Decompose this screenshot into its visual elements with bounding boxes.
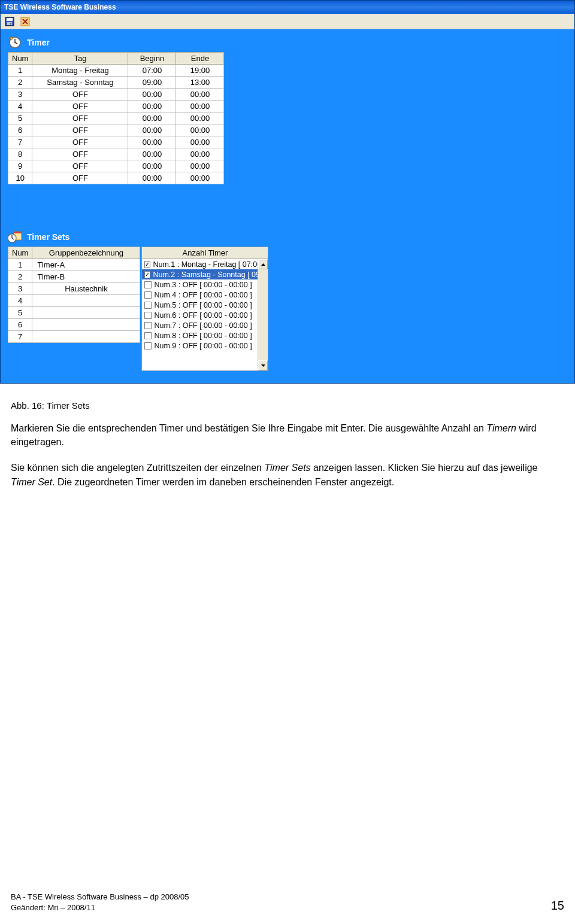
cell-beginn: 00:00 xyxy=(128,148,176,160)
list-item[interactable]: Num.1 : Montag - Freitag [ 07:00 xyxy=(142,259,258,269)
list-item[interactable]: Num.9 : OFF [ 00:00 - 00:00 ] xyxy=(142,341,258,351)
close-button[interactable] xyxy=(20,16,31,27)
cell-num: 9 xyxy=(8,160,32,172)
cell-num: 2 xyxy=(8,77,32,89)
cell-beginn: 00:00 xyxy=(128,124,176,136)
close-icon xyxy=(20,17,30,26)
window-title: TSE Wireless Software Business xyxy=(4,3,116,11)
cell-num: 6 xyxy=(8,124,32,136)
checkbox[interactable] xyxy=(144,271,150,278)
checkbox[interactable] xyxy=(144,261,150,268)
table-row[interactable]: 8OFF00:0000:00 xyxy=(8,148,224,160)
cell-tag: OFF xyxy=(32,124,128,136)
scrollbar[interactable] xyxy=(258,259,268,370)
cell-num: 5 xyxy=(8,113,32,124)
save-button[interactable] xyxy=(4,16,15,27)
list-item[interactable]: Num.7 : OFF [ 00:00 - 00:00 ] xyxy=(142,320,258,330)
cell-group: Timer-B xyxy=(32,271,140,283)
table-row[interactable]: 3Haustechnik xyxy=(8,283,140,295)
list-item-label: Num.1 : Montag - Freitag [ 07:00 xyxy=(153,260,258,269)
timer-table[interactable]: Num Tag Beginn Ende 1Montag - Freitag07:… xyxy=(8,52,224,184)
caption-text: Abb. 16: Timer Sets xyxy=(11,400,90,411)
col-tag: Tag xyxy=(32,53,128,65)
col-ende: Ende xyxy=(176,53,224,65)
anzahl-header: Anzahl Timer xyxy=(142,247,268,259)
cell-tag: Montag - Freitag xyxy=(32,65,128,77)
svg-point-7 xyxy=(10,37,13,39)
cell-tag: Samstag - Sonntag xyxy=(32,77,128,89)
cell-group xyxy=(32,307,140,319)
footer-line-1: BA - TSE Wireless Software Business – dp… xyxy=(11,892,189,902)
page-number: 15 xyxy=(551,899,564,913)
list-item[interactable]: Num.6 : OFF [ 00:00 - 00:00 ] xyxy=(142,310,258,320)
cell-ende: 00:00 xyxy=(176,101,224,113)
table-row[interactable]: 9OFF00:0000:00 xyxy=(8,160,224,172)
list-item[interactable]: Num.3 : OFF [ 00:00 - 00:00 ] xyxy=(142,279,258,290)
cell-ende: 00:00 xyxy=(176,124,224,136)
cell-tag: OFF xyxy=(32,89,128,101)
cell-group xyxy=(32,295,140,307)
cell-beginn: 00:00 xyxy=(128,113,176,124)
checkbox[interactable] xyxy=(144,291,152,299)
scroll-down-button[interactable] xyxy=(258,360,268,370)
timer-sets-table[interactable]: Num Gruppenbezeichnung 1Timer-A2Timer-B3… xyxy=(8,247,140,343)
cell-group: Haustechnik xyxy=(32,283,140,295)
cell-group: Timer-A xyxy=(32,259,140,271)
checkbox[interactable] xyxy=(144,342,152,349)
col-beginn: Beginn xyxy=(128,53,176,65)
cell-beginn: 09:00 xyxy=(128,77,176,89)
table-row[interactable]: 5 xyxy=(8,307,140,319)
list-item[interactable]: Num.4 : OFF [ 00:00 - 00:00 ] xyxy=(142,290,258,300)
cell-num: 4 xyxy=(8,101,32,113)
anzahl-timer-panel: Anzahl Timer Num.1 : Montag - Freitag [ … xyxy=(141,247,268,371)
timer-sets-section-header: Timer Sets xyxy=(8,230,567,244)
cell-beginn: 00:00 xyxy=(128,136,176,148)
table-row[interactable]: 6OFF00:0000:00 xyxy=(8,124,224,136)
checkbox[interactable] xyxy=(144,281,152,288)
floppy-icon xyxy=(5,17,14,26)
cell-beginn: 00:00 xyxy=(128,172,176,184)
table-row[interactable]: 4OFF00:0000:00 xyxy=(8,101,224,113)
scroll-up-button[interactable] xyxy=(258,259,268,269)
cell-beginn: 00:00 xyxy=(128,101,176,113)
table-row[interactable]: 7 xyxy=(8,331,140,343)
table-row[interactable]: 3OFF00:0000:00 xyxy=(8,89,224,101)
cell-tag: OFF xyxy=(32,160,128,172)
timer-sets-section-title: Timer Sets xyxy=(27,232,69,242)
list-item[interactable]: Num.5 : OFF [ 00:00 - 00:00 ] xyxy=(142,300,258,310)
cell-ende: 00:00 xyxy=(176,160,224,172)
checkbox[interactable] xyxy=(144,332,152,339)
checkbox[interactable] xyxy=(144,322,152,329)
cell-ende: 00:00 xyxy=(176,89,224,101)
app-window: TSE Wireless Software Business xyxy=(0,0,575,384)
timer-section-header: Timer xyxy=(8,35,567,50)
list-item-label: Num.4 : OFF [ 00:00 - 00:00 ] xyxy=(154,291,252,299)
list-item[interactable]: Num.8 : OFF [ 00:00 - 00:00 ] xyxy=(142,330,258,341)
chevron-up-icon xyxy=(261,263,265,266)
cell-beginn: 00:00 xyxy=(128,160,176,172)
table-row[interactable]: 10OFF00:0000:00 xyxy=(8,172,224,184)
checkbox[interactable] xyxy=(144,312,152,319)
chevron-down-icon xyxy=(261,364,265,367)
paragraph-1: Markieren Sie die entsprechenden Timer u… xyxy=(11,421,558,449)
footer-line-2: Geändert: Mri – 2008/11 xyxy=(11,902,189,913)
document-body: Abb. 16: Timer Sets Markieren Sie die en… xyxy=(0,384,575,489)
table-row[interactable]: 1Montag - Freitag07:0019:00 xyxy=(8,65,224,77)
table-row[interactable]: 2Timer-B xyxy=(8,271,140,283)
cell-tag: OFF xyxy=(32,101,128,113)
toolbar xyxy=(1,14,574,29)
list-item-label: Num.2 : Samstag - Sonntag [ 09: xyxy=(153,270,258,279)
table-row[interactable]: 2Samstag - Sonntag09:0013:00 xyxy=(8,77,224,89)
clock-icon xyxy=(8,35,22,50)
table-row[interactable]: 5OFF00:0000:00 xyxy=(8,113,224,124)
table-row[interactable]: 1Timer-A xyxy=(8,259,140,271)
table-row[interactable]: 6 xyxy=(8,319,140,331)
cell-num: 4 xyxy=(8,295,32,307)
list-item-label: Num.5 : OFF [ 00:00 - 00:00 ] xyxy=(154,301,252,309)
table-row[interactable]: 7OFF00:0000:00 xyxy=(8,136,224,148)
list-item[interactable]: Num.2 : Samstag - Sonntag [ 09: xyxy=(142,269,258,279)
checkbox[interactable] xyxy=(144,302,152,309)
table-row[interactable]: 4 xyxy=(8,295,140,307)
cell-num: 8 xyxy=(8,148,32,160)
figure-caption: Abb. 16: Timer Sets xyxy=(11,400,558,411)
